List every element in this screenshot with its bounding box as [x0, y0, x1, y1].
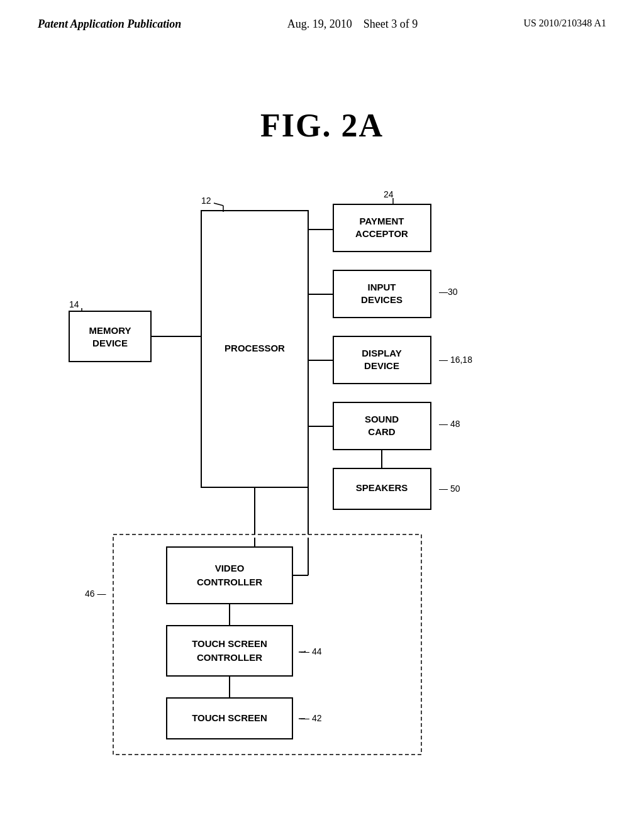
input-label2: DEVICES: [361, 294, 402, 305]
ref-46: 46 —: [85, 589, 106, 599]
ref-24: 24: [384, 189, 394, 199]
touchscreen-label: TOUCH SCREEN: [192, 712, 267, 723]
touchctrl-label1: TOUCH SCREEN: [192, 638, 267, 649]
ref-1618: — 16,18: [439, 355, 472, 365]
header-publication: Patent Application Publication: [38, 18, 181, 31]
video-label1: VIDEO: [215, 563, 245, 573]
header-date-sheet: Aug. 19, 2010 Sheet 3 of 9: [287, 18, 418, 31]
memory-box: [69, 311, 151, 362]
speakers-label: SPEAKERS: [356, 482, 408, 493]
touchctrl-box: [167, 626, 292, 676]
ref-30: —30: [439, 287, 458, 297]
page-header: Patent Application Publication Aug. 19, …: [0, 0, 644, 31]
display-label1: DISPLAY: [362, 348, 402, 358]
memory-label1: MEMORY: [89, 325, 131, 336]
ref-48: — 48: [439, 419, 460, 429]
ref-12: 12: [201, 196, 211, 206]
sound-label2: CARD: [368, 426, 395, 437]
diagram-svg: PROCESSOR 12 MEMORY DEVICE 14 PAYMENT AC…: [31, 157, 616, 786]
touchctrl-label2: CONTROLLER: [197, 652, 262, 663]
ref-14: 14: [69, 299, 79, 309]
input-label1: INPUT: [368, 282, 396, 292]
ref-42: — 42: [301, 713, 322, 723]
figure-title: FIG. 2A: [260, 107, 384, 144]
processor-label: PROCESSOR: [225, 343, 285, 353]
payment-label1: PAYMENT: [360, 216, 404, 226]
ref-50: — 50: [439, 484, 460, 494]
header-patent-number: US 2010/210348 A1: [523, 18, 606, 29]
video-label2: CONTROLLER: [197, 577, 262, 587]
display-label2: DEVICE: [364, 360, 399, 371]
ref-44: — 44: [301, 646, 322, 656]
memory-label2: DEVICE: [92, 338, 128, 348]
ref12-line: [214, 203, 223, 206]
sound-label1: SOUND: [365, 414, 399, 424]
payment-label2: ACCEPTOR: [355, 228, 408, 239]
video-box: [167, 547, 292, 604]
figure-2a: FIG. 2A PROCESSOR 12 MEMORY DEVICE 14 PA…: [0, 94, 644, 786]
